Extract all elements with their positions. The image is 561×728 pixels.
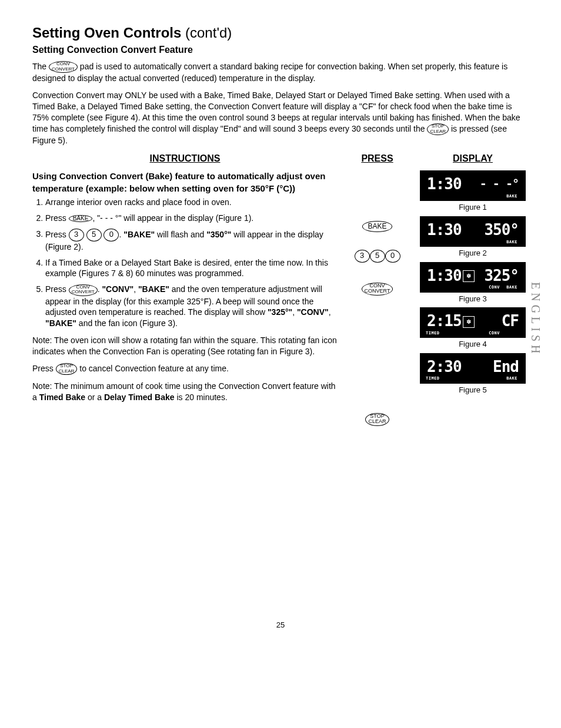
step-2: Press BAKE, "- - - °" will appear in the… [45,213,338,224]
pad-conv-bot-2: CONVERT [72,289,95,294]
step-3: Press 3 5 0. "BAKE" will flash and "350°… [45,229,338,253]
press-digit-3-icon: 3 [355,250,370,263]
pad-stop-bot-2: CLEAR [59,368,75,374]
usage-paragraph: Convection Convert may ONLY be used with… [32,90,529,146]
note-2: Note: The minimum amount of cook time us… [32,381,338,403]
display-figure-4: 2:15✽ CF TIMED CONV [420,307,526,338]
bake-pad-press-icon: BAKE [362,221,392,232]
display-figure-5: 2:30 End TIMED BAKE [420,353,526,384]
press-stop-group: STOPCLEAR [349,413,405,426]
title-main: Setting Oven Controls [32,25,181,41]
conv-convert-press-icon: CONVCONVERT [362,283,393,296]
display-heading: DISPLAY [417,152,529,165]
step5-conv-2: "CONV" [297,307,329,317]
fig5-timed-label: TIMED [426,376,440,381]
pad-stop-bot: CLEAR [430,129,446,134]
step3-350: "350°" [206,229,231,239]
fig2-right: 350° [484,220,519,240]
step-4: If a Timed Bake or a Delayed Start Bake … [45,257,338,280]
note2-post: is 20 minutes. [175,392,228,402]
display-figure-1: 1:30 - - -° BAKE [420,170,526,201]
fig4-conv-label: CONV [489,331,500,336]
fig4-timed-label: TIMED [426,331,440,336]
stop-clear-pad-icon-2: STOPCLEAR [56,363,78,375]
step5-comma3: , [329,307,331,317]
fig5-caption: Figure 5 [417,385,529,395]
note2-dtb: Delay Timed Bake [104,392,175,402]
press-bake-group: BAKE [349,220,405,232]
fig1-time: 1:30 [427,174,462,194]
conv-convert-pad-icon: CONVCONVERT [49,61,78,73]
fig5-time: 2:30 [427,357,462,377]
note-1: Note: The oven icon will show a rotating… [32,335,338,357]
digit-5-icon: 5 [86,229,102,241]
stop-clear-pad-icon: STOPCLEAR [427,123,449,135]
section-subtitle: Setting Convection Convert Feature [32,43,529,56]
step5-bake-2: "BAKE" [45,318,76,328]
intro-pre: The [32,62,49,71]
press-stop-bot: CLEAR [368,418,386,424]
step3-pre: Press [45,229,69,239]
fan-icon: ✽ [463,270,475,282]
fig4-caption: Figure 4 [417,339,529,350]
step3-bake: "BAKE" [123,229,155,239]
step5-comma1: , [133,284,138,294]
cancel-post: to cancel Convection feature at any time… [77,364,229,373]
english-side-label: ENGLISH [527,282,543,357]
fig3-time: 1:30✽ [427,266,476,286]
fig2-bake-label: BAKE [506,240,517,245]
digit-0-icon: 0 [103,229,119,241]
step5-bake: "BAKE" [138,284,169,294]
conv-convert-pad-icon-2: CONVCONVERT [69,284,98,296]
step5-post2: and the fan icon (Figure 3). [76,318,178,328]
fig2-time: 1:30 [427,220,462,240]
step3-mid2: will flash and [155,229,206,239]
fig3-right: 325° [484,266,519,286]
note2-mid: or a [85,392,104,402]
bake-pad-icon: BAKE [69,215,93,223]
fig1-caption: Figure 1 [417,202,529,213]
press-digit-5-icon: 5 [370,250,385,263]
fig3-time-text: 1:30 [427,267,462,284]
example-heading: Using Convection Convert (Bake) feature … [32,170,338,194]
fig3-conv-label: CONV [489,285,500,290]
fig1-right: - - -° [480,176,519,192]
fig5-right: End [493,357,519,377]
intro-paragraph: The CONVCONVERT pad is used to automatic… [32,61,529,84]
fig3-caption: Figure 3 [417,294,529,304]
step-1: Arrange interior oven racks and place fo… [45,197,338,208]
stop-clear-press-icon: STOPCLEAR [365,413,389,426]
press-conv-bot: CONVERT [365,288,390,294]
fig4-time-text: 2:15 [427,312,462,330]
digit-3-icon: 3 [69,229,84,241]
pad-conv-bot: CONVERT [52,66,75,72]
instructions-heading: INSTRUCTIONS [32,152,338,165]
cancel-pre: Press [32,364,56,373]
fig1-bake-label: BAKE [506,194,517,199]
steps-list: Arrange interior oven racks and place fo… [32,197,338,329]
display-figure-3: 1:30✽ 325° CONV BAKE [420,262,526,293]
fig4-time: 2:15✽ [427,311,476,331]
fan-icon-2: ✽ [463,316,475,328]
step2-post: , "- - - °" will appear in the display (… [92,213,253,223]
fig2-caption: Figure 2 [417,248,529,259]
press-column: PRESS BAKE 350 CONVCONVERT STOPCLEAR [349,152,405,444]
step2-pre: Press [45,213,69,223]
fig3-bake-label: BAKE [506,285,517,290]
cancel-paragraph: Press STOPCLEAR to cancel Convection fea… [32,363,338,375]
fig4-right: CF [502,311,519,331]
press-conv-group: CONVCONVERT [349,283,405,296]
press-heading: PRESS [349,152,405,165]
step5-325: "325°" [268,307,292,317]
step5-comma2: , [292,307,297,317]
instructions-column: INSTRUCTIONS Using Convection Convert (B… [32,152,338,444]
note2-tb: Timed Bake [39,392,85,402]
page-number: 25 [32,620,529,630]
fig5-bake-label: BAKE [506,376,517,381]
press-350-group: 350 [349,250,405,263]
intro-post: pad is used to automatically convert a s… [32,62,507,83]
page-title: Setting Oven Controls (cont'd) [32,24,529,42]
title-suffix: (cont'd) [185,25,232,41]
press-digit-0-icon: 0 [385,250,400,263]
step5-pre: Press [45,284,69,294]
